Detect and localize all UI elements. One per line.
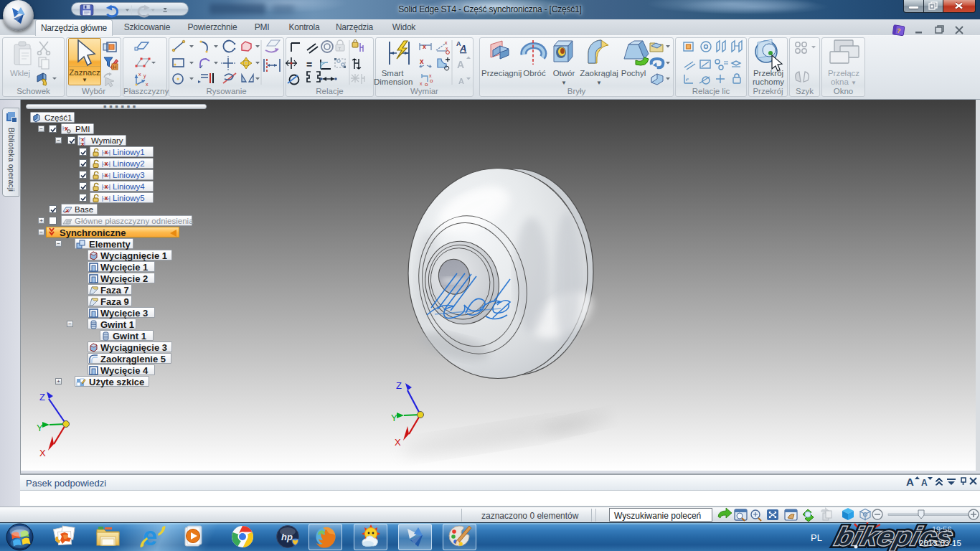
svg-text:19:56: 19:56 (932, 525, 952, 534)
svg-text:x: x (445, 40, 448, 45)
svg-text:e: e (143, 522, 157, 551)
svg-text:x: x (105, 160, 108, 167)
svg-text:A: A (459, 43, 466, 54)
svg-text:Z: Z (396, 380, 402, 391)
svg-text:T: T (339, 47, 341, 51)
svg-text:x: x (105, 194, 108, 202)
svg-text:x: x (81, 141, 85, 146)
svg-text:A: A (921, 478, 928, 488)
svg-text:x: x (105, 171, 108, 179)
svg-text:A: A (458, 77, 464, 85)
svg-text:x: x (423, 43, 426, 50)
svg-text:Y: Y (391, 413, 397, 423)
svg-text:x: x (446, 46, 448, 51)
svg-text:x: x (66, 207, 70, 214)
svg-text:x: x (420, 81, 423, 86)
svg-text:o: o (425, 81, 428, 88)
svg-text:x: x (105, 149, 108, 156)
svg-text:hp: hp (281, 532, 293, 542)
svg-text:X: X (395, 437, 401, 448)
svg-text:x: x (105, 183, 108, 190)
svg-text:A: A (457, 59, 464, 70)
svg-text:A: A (906, 476, 914, 488)
svg-text:=: = (306, 59, 312, 70)
svg-text:x: x (420, 57, 424, 65)
svg-text:o: o (430, 77, 433, 84)
